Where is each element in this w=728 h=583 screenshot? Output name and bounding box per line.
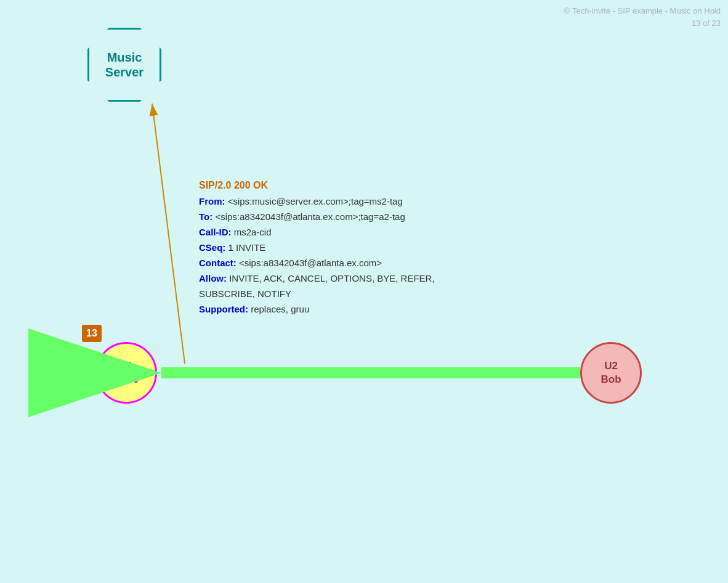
from-label: From: — [199, 196, 225, 206]
watermark-line2: 13 of 23 — [564, 17, 721, 30]
allow-label: Allow: — [199, 273, 227, 283]
allow-value2: SUBSCRIBE, NOTIFY — [199, 288, 291, 299]
supported-value: replaces, gruu — [251, 304, 309, 314]
music-server-label: Music Server — [105, 50, 144, 80]
contact-value: <sips:a8342043f@atlanta.ex.com> — [239, 258, 382, 268]
watermark: © Tech-invite - SIP example - Music on H… — [564, 5, 721, 29]
u2-bob-node: U2 Bob — [580, 342, 642, 404]
callid-label: Call-ID: — [199, 227, 232, 237]
step-badge: 13 — [82, 325, 102, 342]
u1-alice-label: U1 Alice — [114, 359, 139, 386]
contact-label: Contact: — [199, 258, 237, 268]
u2-bob-label: U2 Bob — [601, 359, 621, 386]
to-label: To: — [199, 211, 212, 222]
svg-line-1 — [152, 104, 185, 364]
music-server-node: Music Server — [87, 28, 161, 102]
badge-number: 13 — [86, 328, 97, 339]
cseq-value: 1 INVITE — [229, 242, 266, 253]
u1-alice-node: U1 Alice — [95, 342, 157, 404]
from-value: <sips:music@server.ex.com>;tag=ms2-tag — [228, 196, 403, 206]
allow-value: INVITE, ACK, CANCEL, OPTIONS, BYE, REFER… — [229, 273, 434, 283]
watermark-line1: © Tech-invite - SIP example - Music on H… — [564, 5, 721, 17]
sip-status-line: SIP/2.0 200 OK — [199, 180, 268, 190]
supported-label: Supported: — [199, 304, 248, 314]
to-value: <sips:a8342043f@atlanta.ex.com>;tag=a2-t… — [215, 211, 405, 222]
sip-message-block: SIP/2.0 200 OK From: <sips:music@server.… — [199, 177, 435, 317]
callid-value: ms2a-cid — [234, 227, 272, 237]
cseq-label: CSeq: — [199, 242, 225, 253]
